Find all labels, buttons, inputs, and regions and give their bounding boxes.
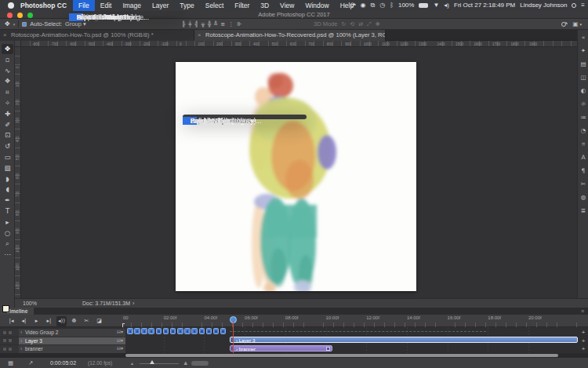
video-clip-segment[interactable] xyxy=(213,328,220,334)
3d-mode-icon-2[interactable]: ⇄ xyxy=(358,21,363,27)
volume-icon[interactable]: ◂) xyxy=(444,0,449,11)
menu-bar-clock[interactable]: Fri Oct 27 2:18:49 PM xyxy=(454,0,515,11)
align-icon-1[interactable]: ╪ xyxy=(188,21,191,27)
align-icon-2[interactable]: ╣ xyxy=(194,21,198,27)
clip-branner[interactable]: › branner xyxy=(230,345,332,352)
horizontal-ruler[interactable]: -800-700-600-500-400-300-200-10001002003… xyxy=(21,41,577,47)
align-icon-7[interactable]: ⋮ xyxy=(228,21,234,27)
menubar-item-filter[interactable]: Filter xyxy=(229,0,255,11)
menubar-item-image[interactable]: Image xyxy=(117,0,147,11)
menubar-item-edit[interactable]: Edit xyxy=(95,0,118,11)
menubar-item-3d[interactable]: 3D xyxy=(255,0,274,11)
wifi-icon[interactable]: ▼ xyxy=(433,0,439,11)
zoom-tool[interactable]: ⌕ xyxy=(2,239,13,249)
menubar-item-view[interactable]: View xyxy=(274,0,299,11)
align-icon-4[interactable]: ╬ xyxy=(208,21,211,27)
document-tab-1[interactable]: ×Rotoscope-Animation-How-To.psd @ 100% (… xyxy=(0,30,194,41)
timeline-scroll-handle[interactable] xyxy=(191,361,209,366)
tab-close-icon[interactable]: × xyxy=(3,30,6,41)
video-clip-segment[interactable] xyxy=(184,328,191,334)
menubar-item-layer[interactable]: Layer xyxy=(147,0,174,11)
transition-button[interactable]: ◪ xyxy=(94,316,104,326)
track-header-video-group-2[interactable]: ›Video Group 2⊟▾ xyxy=(19,329,125,337)
video-clip-segment[interactable] xyxy=(134,328,140,334)
next-frame-button[interactable]: ▸| xyxy=(44,316,54,326)
displays-icon[interactable]: ⧉ xyxy=(370,0,375,11)
video-clip-segment[interactable] xyxy=(177,328,183,334)
first-frame-button[interactable]: |◂ xyxy=(6,316,16,326)
timeline-zoom-slider[interactable] xyxy=(140,363,179,365)
3d-mode-icon-1[interactable]: ⟲ xyxy=(350,21,354,27)
eraser-tool[interactable]: ▭ xyxy=(2,152,13,162)
collapse-panels-icon[interactable]: « xyxy=(579,33,588,42)
user-menu[interactable]: Lindsey Johnson xyxy=(520,0,567,11)
3d-mode-icon-0[interactable]: ↻ xyxy=(341,21,346,27)
foreground-color-swatch[interactable] xyxy=(2,305,9,312)
previous-frame-button[interactable]: ◂| xyxy=(19,316,29,326)
zoom-in-mountain-icon[interactable]: ▲ xyxy=(183,359,188,366)
history-brush-tool[interactable]: ↺ xyxy=(2,141,13,151)
video-clip-segment[interactable] xyxy=(191,328,198,334)
edit-toolbar[interactable]: ⋯ xyxy=(2,250,13,260)
adjustments-panel-icon[interactable]: ◐ xyxy=(579,86,588,96)
path-selection-tool[interactable]: ▸ xyxy=(2,217,13,228)
track-header-branner[interactable]: ›branner⊟▾ xyxy=(19,345,125,353)
play-button[interactable]: ▸ xyxy=(31,316,42,326)
quick-selection-tool[interactable]: ❖ xyxy=(2,76,13,86)
swatches-panel-icon[interactable]: ◫ xyxy=(579,73,588,82)
clock-icon[interactable]: ◷ xyxy=(379,0,385,11)
brush-tool[interactable]: ✐ xyxy=(2,120,13,130)
tab-close-icon[interactable]: × xyxy=(198,30,201,41)
camera-icon[interactable]: ◉ xyxy=(360,0,365,11)
info-panel-icon[interactable]: ⌗ xyxy=(579,140,588,149)
clone-source-panel-icon[interactable]: ✂ xyxy=(579,180,588,189)
shape-tool[interactable]: ○ xyxy=(2,228,13,239)
timeline-zoom-slider-thumb[interactable] xyxy=(150,360,154,364)
paragraph-panel-icon[interactable]: ¶ xyxy=(579,166,588,176)
align-icon-8[interactable]: ⊪ xyxy=(237,21,241,27)
ruler-origin-corner[interactable] xyxy=(15,41,21,47)
status-popup-arrow[interactable]: › xyxy=(132,299,134,308)
align-icon-6[interactable]: ≡ xyxy=(220,21,225,27)
type-tool[interactable]: T xyxy=(2,206,13,217)
video-clip-segment[interactable] xyxy=(156,328,162,334)
spotlight-search-icon[interactable] xyxy=(572,3,576,8)
split-at-playhead-button[interactable]: ✂ xyxy=(82,316,92,326)
gradient-tool[interactable]: ▧ xyxy=(2,163,13,173)
document-tab-2[interactable]: ×Rotoscope-Animation-How-To-Recovered.ps… xyxy=(194,30,386,41)
timeline-scrollbar-thumb[interactable] xyxy=(125,354,558,357)
notification-center-icon[interactable]: ≡ xyxy=(581,0,585,11)
add-media-button[interactable]: + xyxy=(580,345,586,353)
mute-audio-button[interactable]: ◂)) xyxy=(56,316,67,326)
vertical-ruler[interactable]: 0100200300400500600700800900100011001200 xyxy=(15,47,21,298)
menubar-item-type[interactable]: Type xyxy=(174,0,199,11)
lasso-tool[interactable]: ∿ xyxy=(2,66,13,76)
history-panel-icon[interactable]: ◔ xyxy=(579,126,588,136)
align-icon-3[interactable]: ╦ xyxy=(201,21,205,27)
search-icon[interactable] xyxy=(561,22,566,27)
timeline-panel-menu-icon[interactable]: ≡ xyxy=(581,308,584,315)
eyedropper-tool[interactable]: ✧ xyxy=(2,98,13,108)
libraries-panel-icon[interactable]: ✦ xyxy=(579,46,588,56)
app-menu-title[interactable]: Photoshop CC xyxy=(20,0,73,11)
brush-panel-icon[interactable]: ◍ xyxy=(579,193,588,202)
video-clip-segment[interactable] xyxy=(199,328,205,334)
3d-mode-icon-3[interactable]: ⤢ xyxy=(367,21,372,27)
clone-stamp-tool[interactable]: ⊡ xyxy=(2,130,13,140)
pen-tool[interactable]: ✒ xyxy=(2,195,13,206)
dodge-tool[interactable]: ◖ xyxy=(2,184,13,195)
auto-select-checkbox[interactable] xyxy=(22,22,27,27)
add-media-button[interactable]: + xyxy=(580,329,586,337)
workspace-switcher[interactable]: ▣ ▾ xyxy=(572,20,582,27)
styles-panel-icon[interactable]: ☼ xyxy=(579,100,588,109)
document-canvas[interactable] xyxy=(176,62,416,291)
video-clip-segment[interactable] xyxy=(141,328,147,334)
video-clip-segment[interactable] xyxy=(148,328,154,334)
track-header-layer-3[interactable]: ›Layer 3⊟▾ xyxy=(19,337,125,345)
blur-tool[interactable]: ◗ xyxy=(2,174,13,184)
menubar-item-window[interactable]: Window xyxy=(299,0,334,11)
properties-panel-icon[interactable]: ≔ xyxy=(579,113,588,122)
add-media-button[interactable]: + xyxy=(580,337,586,345)
video-clip-segment[interactable] xyxy=(206,328,212,334)
healing-brush-tool[interactable]: ✚ xyxy=(2,109,13,119)
